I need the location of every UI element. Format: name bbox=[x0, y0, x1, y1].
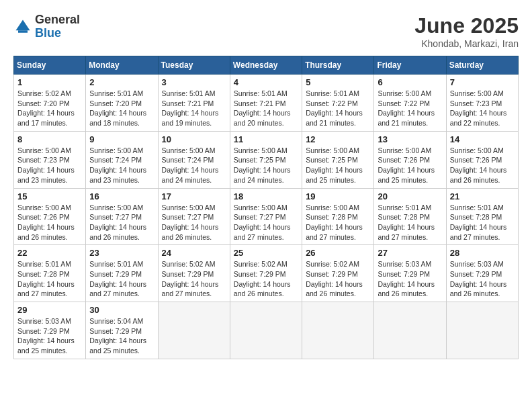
day-info: Sunrise: 5:01 AM Sunset: 7:21 PM Dayligh… bbox=[234, 89, 298, 128]
title-block: June 2025 Khondab, Markazi, Iran bbox=[414, 13, 519, 49]
calendar-day-cell: 7 Sunrise: 5:00 AM Sunset: 7:23 PM Dayli… bbox=[446, 75, 518, 132]
day-number: 5 bbox=[306, 77, 370, 87]
day-info: Sunrise: 5:00 AM Sunset: 7:27 PM Dayligh… bbox=[89, 203, 154, 242]
calendar-day-cell: 5 Sunrise: 5:01 AM Sunset: 7:22 PM Dayli… bbox=[302, 75, 374, 132]
calendar-day-cell: 6 Sunrise: 5:00 AM Sunset: 7:22 PM Dayli… bbox=[374, 75, 446, 132]
calendar-week-row: 1 Sunrise: 5:02 AM Sunset: 7:20 PM Dayli… bbox=[14, 75, 519, 132]
month-year-title: June 2025 bbox=[414, 13, 519, 38]
day-number: 1 bbox=[17, 77, 82, 87]
day-number: 19 bbox=[306, 191, 370, 201]
calendar-day-cell: 30 Sunrise: 5:04 AM Sunset: 7:29 PM Dayl… bbox=[86, 302, 158, 359]
day-info: Sunrise: 5:02 AM Sunset: 7:29 PM Dayligh… bbox=[234, 259, 298, 299]
day-number: 14 bbox=[450, 134, 515, 144]
day-number: 15 bbox=[17, 191, 82, 201]
page-header: General Blue June 2025 Khondab, Markazi,… bbox=[13, 13, 519, 49]
calendar-header-row: Sunday Monday Tuesday Wednesday Thursday… bbox=[14, 56, 519, 75]
calendar-day-cell: 4 Sunrise: 5:01 AM Sunset: 7:21 PM Dayli… bbox=[230, 75, 302, 132]
calendar-day-cell: 9 Sunrise: 5:00 AM Sunset: 7:24 PM Dayli… bbox=[86, 131, 158, 188]
day-info: Sunrise: 5:00 AM Sunset: 7:28 PM Dayligh… bbox=[306, 203, 370, 242]
empty-cell bbox=[302, 302, 374, 359]
calendar-day-cell: 18 Sunrise: 5:00 AM Sunset: 7:27 PM Dayl… bbox=[230, 188, 302, 245]
day-number: 3 bbox=[162, 77, 226, 87]
calendar-day-cell: 26 Sunrise: 5:02 AM Sunset: 7:29 PM Dayl… bbox=[302, 245, 374, 302]
day-number: 4 bbox=[234, 77, 298, 87]
empty-cell bbox=[446, 302, 518, 359]
day-number: 10 bbox=[162, 134, 226, 144]
day-info: Sunrise: 5:01 AM Sunset: 7:28 PM Dayligh… bbox=[17, 259, 82, 299]
calendar-day-cell: 17 Sunrise: 5:00 AM Sunset: 7:27 PM Dayl… bbox=[158, 188, 230, 245]
day-number: 11 bbox=[234, 134, 298, 144]
day-number: 6 bbox=[378, 77, 442, 87]
col-monday: Monday bbox=[86, 56, 158, 75]
col-friday: Friday bbox=[374, 56, 446, 75]
day-info: Sunrise: 5:00 AM Sunset: 7:23 PM Dayligh… bbox=[450, 89, 515, 128]
calendar-day-cell: 8 Sunrise: 5:00 AM Sunset: 7:23 PM Dayli… bbox=[14, 131, 86, 188]
calendar-day-cell: 1 Sunrise: 5:02 AM Sunset: 7:20 PM Dayli… bbox=[14, 75, 86, 132]
calendar-day-cell: 21 Sunrise: 5:01 AM Sunset: 7:28 PM Dayl… bbox=[446, 188, 518, 245]
col-tuesday: Tuesday bbox=[158, 56, 230, 75]
day-info: Sunrise: 5:03 AM Sunset: 7:29 PM Dayligh… bbox=[378, 259, 442, 299]
calendar-day-cell: 22 Sunrise: 5:01 AM Sunset: 7:28 PM Dayl… bbox=[14, 245, 86, 302]
day-info: Sunrise: 5:01 AM Sunset: 7:28 PM Dayligh… bbox=[450, 203, 515, 242]
day-info: Sunrise: 5:00 AM Sunset: 7:27 PM Dayligh… bbox=[162, 203, 226, 242]
calendar-week-row: 8 Sunrise: 5:00 AM Sunset: 7:23 PM Dayli… bbox=[14, 131, 519, 188]
day-info: Sunrise: 5:00 AM Sunset: 7:26 PM Dayligh… bbox=[450, 146, 515, 185]
col-saturday: Saturday bbox=[446, 56, 518, 75]
calendar-day-cell: 24 Sunrise: 5:02 AM Sunset: 7:29 PM Dayl… bbox=[158, 245, 230, 302]
location-subtitle: Khondab, Markazi, Iran bbox=[414, 38, 519, 49]
calendar-day-cell: 28 Sunrise: 5:03 AM Sunset: 7:29 PM Dayl… bbox=[446, 245, 518, 302]
day-number: 12 bbox=[306, 134, 370, 144]
col-thursday: Thursday bbox=[302, 56, 374, 75]
day-number: 26 bbox=[306, 248, 370, 258]
day-number: 9 bbox=[89, 134, 154, 144]
svg-rect-1 bbox=[18, 30, 28, 33]
day-info: Sunrise: 5:02 AM Sunset: 7:29 PM Dayligh… bbox=[306, 259, 370, 299]
day-info: Sunrise: 5:01 AM Sunset: 7:20 PM Dayligh… bbox=[89, 89, 154, 128]
calendar-day-cell: 16 Sunrise: 5:00 AM Sunset: 7:27 PM Dayl… bbox=[86, 188, 158, 245]
day-info: Sunrise: 5:01 AM Sunset: 7:28 PM Dayligh… bbox=[378, 203, 442, 242]
day-info: Sunrise: 5:01 AM Sunset: 7:29 PM Dayligh… bbox=[89, 259, 154, 299]
col-wednesday: Wednesday bbox=[230, 56, 302, 75]
day-info: Sunrise: 5:00 AM Sunset: 7:26 PM Dayligh… bbox=[17, 203, 82, 242]
calendar-day-cell: 19 Sunrise: 5:00 AM Sunset: 7:28 PM Dayl… bbox=[302, 188, 374, 245]
calendar-week-row: 15 Sunrise: 5:00 AM Sunset: 7:26 PM Dayl… bbox=[14, 188, 519, 245]
day-number: 20 bbox=[378, 191, 442, 201]
logo-blue-text: Blue bbox=[35, 26, 61, 40]
day-number: 21 bbox=[450, 191, 515, 201]
calendar-day-cell: 3 Sunrise: 5:01 AM Sunset: 7:21 PM Dayli… bbox=[158, 75, 230, 132]
day-info: Sunrise: 5:00 AM Sunset: 7:25 PM Dayligh… bbox=[306, 146, 370, 185]
calendar-day-cell: 25 Sunrise: 5:02 AM Sunset: 7:29 PM Dayl… bbox=[230, 245, 302, 302]
logo-general-text: General bbox=[35, 13, 80, 26]
col-sunday: Sunday bbox=[14, 56, 86, 75]
day-info: Sunrise: 5:01 AM Sunset: 7:21 PM Dayligh… bbox=[162, 89, 226, 128]
day-number: 22 bbox=[17, 248, 82, 258]
day-info: Sunrise: 5:00 AM Sunset: 7:27 PM Dayligh… bbox=[234, 203, 298, 242]
day-number: 7 bbox=[450, 77, 515, 87]
calendar-table: Sunday Monday Tuesday Wednesday Thursday… bbox=[13, 56, 519, 359]
day-info: Sunrise: 5:00 AM Sunset: 7:25 PM Dayligh… bbox=[234, 146, 298, 185]
day-number: 23 bbox=[89, 248, 154, 258]
day-number: 27 bbox=[378, 248, 442, 258]
calendar-day-cell: 29 Sunrise: 5:03 AM Sunset: 7:29 PM Dayl… bbox=[14, 302, 86, 359]
calendar-day-cell: 27 Sunrise: 5:03 AM Sunset: 7:29 PM Dayl… bbox=[374, 245, 446, 302]
day-number: 8 bbox=[17, 134, 82, 144]
day-info: Sunrise: 5:03 AM Sunset: 7:29 PM Dayligh… bbox=[450, 259, 515, 299]
day-number: 29 bbox=[17, 305, 82, 315]
day-number: 13 bbox=[378, 134, 442, 144]
calendar-day-cell: 11 Sunrise: 5:00 AM Sunset: 7:25 PM Dayl… bbox=[230, 131, 302, 188]
calendar-day-cell: 15 Sunrise: 5:00 AM Sunset: 7:26 PM Dayl… bbox=[14, 188, 86, 245]
calendar-day-cell: 20 Sunrise: 5:01 AM Sunset: 7:28 PM Dayl… bbox=[374, 188, 446, 245]
day-number: 30 bbox=[89, 305, 154, 315]
empty-cell bbox=[230, 302, 302, 359]
day-number: 28 bbox=[450, 248, 515, 258]
empty-cell bbox=[158, 302, 230, 359]
calendar-week-row: 29 Sunrise: 5:03 AM Sunset: 7:29 PM Dayl… bbox=[14, 302, 519, 359]
calendar-day-cell: 23 Sunrise: 5:01 AM Sunset: 7:29 PM Dayl… bbox=[86, 245, 158, 302]
day-info: Sunrise: 5:00 AM Sunset: 7:23 PM Dayligh… bbox=[17, 146, 82, 185]
day-number: 16 bbox=[89, 191, 154, 201]
calendar-day-cell: 13 Sunrise: 5:00 AM Sunset: 7:26 PM Dayl… bbox=[374, 131, 446, 188]
day-info: Sunrise: 5:00 AM Sunset: 7:26 PM Dayligh… bbox=[378, 146, 442, 185]
day-info: Sunrise: 5:00 AM Sunset: 7:24 PM Dayligh… bbox=[162, 146, 226, 185]
day-number: 18 bbox=[234, 191, 298, 201]
calendar-day-cell: 14 Sunrise: 5:00 AM Sunset: 7:26 PM Dayl… bbox=[446, 131, 518, 188]
